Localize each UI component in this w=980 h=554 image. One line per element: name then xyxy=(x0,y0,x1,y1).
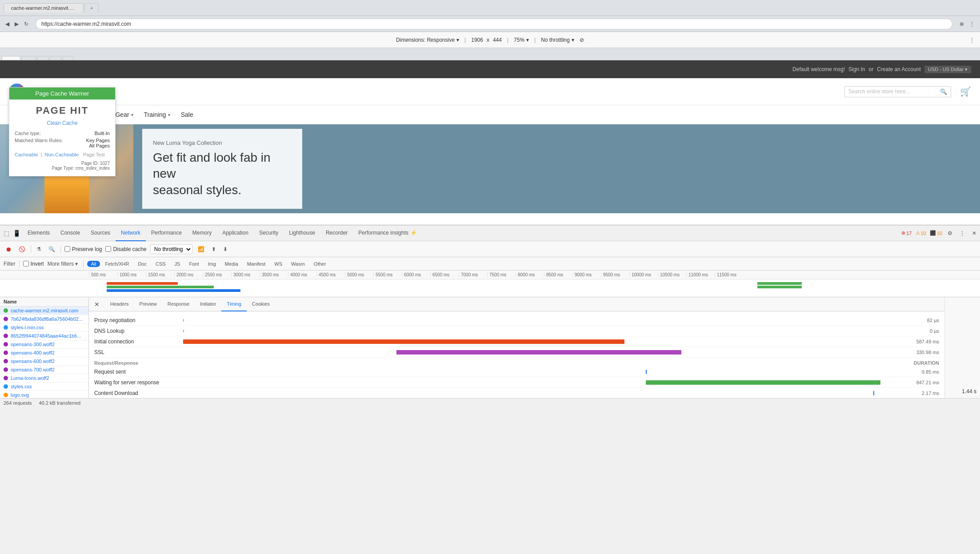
devtools-settings-button[interactable]: ⚙ xyxy=(946,229,954,237)
filter-fetch-xhr[interactable]: Fetch/XHR xyxy=(102,261,133,267)
file-item-8652f[interactable]: 8652f9944074845aae44ac1b6... xyxy=(0,332,88,340)
tab-timing[interactable]: Timing xyxy=(221,297,247,311)
clear-button[interactable]: 🚫 xyxy=(17,245,27,253)
zoom-chevron[interactable]: ▾ xyxy=(526,37,529,43)
browser-tab[interactable]: + xyxy=(84,3,99,12)
height-value: 444 xyxy=(493,37,502,43)
cacheable-link[interactable]: Cacheable xyxy=(15,152,38,157)
file-item-opensans-600[interactable]: opensans-600.woff2 xyxy=(0,357,88,366)
tab-elements[interactable]: Elements xyxy=(22,225,55,241)
page-test-text: Page Test xyxy=(83,152,105,157)
page-tab[interactable] xyxy=(2,56,20,60)
tab-response[interactable]: Response xyxy=(162,297,195,311)
browser-tab-active[interactable]: cache-warmer.m2.mirasvit.com xyxy=(4,3,84,12)
tab-performance[interactable]: Performance xyxy=(146,225,187,241)
preserve-log-input[interactable] xyxy=(64,246,70,252)
cart-icon[interactable]: 🛒 xyxy=(960,86,971,97)
network-toolbar: ⏺ 🚫 ⚗ 🔍 Preserve log Disable cache No th… xyxy=(0,241,980,257)
download-button[interactable]: ⬇ xyxy=(221,245,229,253)
clean-cache-link[interactable]: Clean Cache xyxy=(15,120,110,126)
wifi-icon-button[interactable]: 📶 xyxy=(196,245,206,253)
filter-img[interactable]: Img xyxy=(204,261,219,267)
file-item-luma-icons[interactable]: Luma-Icons.woff2 xyxy=(0,374,88,383)
filter-wasm[interactable]: Wasm xyxy=(288,261,308,267)
nav-sale[interactable]: Sale xyxy=(181,111,193,118)
throttling-select[interactable]: No throttling xyxy=(150,244,192,254)
tab-preview[interactable]: Preview xyxy=(134,297,162,311)
search-bar[interactable]: Search entire store here... 🔍 xyxy=(844,86,951,97)
tab-lighthouse[interactable]: Lighthouse xyxy=(284,225,320,241)
signin-link[interactable]: Sign In xyxy=(848,66,865,72)
invert-checkbox[interactable]: Invert xyxy=(23,261,44,267)
tab-sources[interactable]: Sources xyxy=(85,225,116,241)
tab-memory[interactable]: Memory xyxy=(187,225,217,241)
record-button[interactable]: ⏺ xyxy=(4,245,13,254)
filter-button[interactable]: ⚗ xyxy=(35,245,43,253)
file-item-logo-svg[interactable]: logo.svg xyxy=(0,391,88,398)
tab-security[interactable]: Security xyxy=(254,225,284,241)
forward-button[interactable]: ▶ xyxy=(13,20,20,28)
filter-ws[interactable]: WS xyxy=(271,261,286,267)
file-item-styles-css[interactable]: styles.css xyxy=(0,383,88,391)
devtools-close-button[interactable]: ✕ xyxy=(970,229,978,237)
file-item-opensans-400[interactable]: opensans-400.woff2 xyxy=(0,349,88,357)
chevron-down-icon[interactable]: ▾ xyxy=(456,37,459,43)
menu-button[interactable]: ⋮ xyxy=(968,20,976,28)
tab-headers[interactable]: Headers xyxy=(105,297,134,311)
devtools-inspect-button[interactable]: ⬚ xyxy=(2,229,11,238)
devtools-device-button[interactable]: 📱 xyxy=(11,229,22,238)
tab-cookies[interactable]: Cookies xyxy=(247,297,275,311)
file-item-styles-l[interactable]: styles-l.min.css xyxy=(0,323,88,332)
create-account-link[interactable]: Create an Account xyxy=(877,66,921,72)
file-item-opensans-300[interactable]: opensans-300.woff2 xyxy=(0,340,88,349)
filter-font[interactable]: Font xyxy=(185,261,202,267)
address-bar[interactable]: https://cache-warmer.m2.mirasvit.com xyxy=(41,21,131,27)
timing-bar-area xyxy=(183,349,895,355)
invert-input[interactable] xyxy=(23,261,29,267)
more-filters-button[interactable]: More filters ▾ xyxy=(46,260,80,268)
nav-training[interactable]: Training ▾ xyxy=(144,111,170,118)
non-cacheable-link[interactable]: Non-Cacheable xyxy=(44,152,78,157)
throttling-chevron[interactable]: ▾ xyxy=(572,37,574,43)
filter-manifest[interactable]: Manifest xyxy=(244,261,269,267)
tab-network[interactable]: Network xyxy=(116,225,146,241)
filter-all[interactable]: All xyxy=(87,261,100,267)
preserve-log-checkbox[interactable]: Preserve log xyxy=(64,246,102,252)
tab-application[interactable]: Application xyxy=(217,225,254,241)
tab-initiator[interactable]: Initiator xyxy=(195,297,221,311)
upload-button[interactable]: ⬆ xyxy=(210,245,218,253)
disable-cache-input[interactable] xyxy=(105,246,111,252)
x-separator: x xyxy=(487,37,489,43)
tab-console[interactable]: Console xyxy=(55,225,85,241)
nav-gear[interactable]: Gear ▾ xyxy=(115,111,133,118)
back-button[interactable]: ◀ xyxy=(4,20,11,28)
filter-doc[interactable]: Doc xyxy=(134,261,150,267)
file-item-7b624[interactable]: 7b624fbda836df8a6a75604b02... xyxy=(0,315,88,323)
browser-toolbar: ◀ ▶ ↻ https://cache-warmer.m2.mirasvit.c… xyxy=(0,16,980,32)
timing-row-waiting: Waiting for server response 847.21 ms xyxy=(92,377,941,388)
currency-selector[interactable]: USD - US Dollar ▾ xyxy=(924,66,971,73)
file-item-opensans-700[interactable]: opensans-700.woff2 xyxy=(0,366,88,374)
page-tab[interactable] xyxy=(62,56,74,60)
reload-button[interactable]: ↻ xyxy=(22,20,30,28)
separator xyxy=(60,246,61,253)
page-tab[interactable] xyxy=(21,56,36,60)
search-button[interactable]: 🔍 xyxy=(47,245,57,253)
disable-cache-checkbox[interactable]: Disable cache xyxy=(105,246,146,252)
filter-other[interactable]: Other xyxy=(310,261,330,267)
tab-recorder[interactable]: Recorder xyxy=(320,225,353,241)
file-item-cache-warmer[interactable]: cache-warmer.m2.mirasvit.com xyxy=(0,307,88,315)
detail-close-button[interactable]: ✕ xyxy=(92,301,101,308)
page-tab[interactable] xyxy=(50,56,61,60)
tab-performance-insights[interactable]: Performance insights ⚡ xyxy=(353,225,422,241)
filter-media[interactable]: Media xyxy=(221,261,242,267)
chevron-down-icon: ▾ xyxy=(131,112,133,117)
timeline-header: 500 ms 1000 ms 1500 ms 2000 ms 2500 ms 3… xyxy=(0,271,980,279)
filter-js[interactable]: JS xyxy=(171,261,184,267)
bar-green3 xyxy=(757,286,802,288)
page-tab[interactable] xyxy=(37,56,49,60)
extensions-button[interactable]: ⊕ xyxy=(958,20,966,28)
devtools-more-button[interactable]: ⋮ xyxy=(958,229,967,237)
filter-css[interactable]: CSS xyxy=(152,261,169,267)
more-options-button[interactable]: ⋮ xyxy=(968,36,976,44)
